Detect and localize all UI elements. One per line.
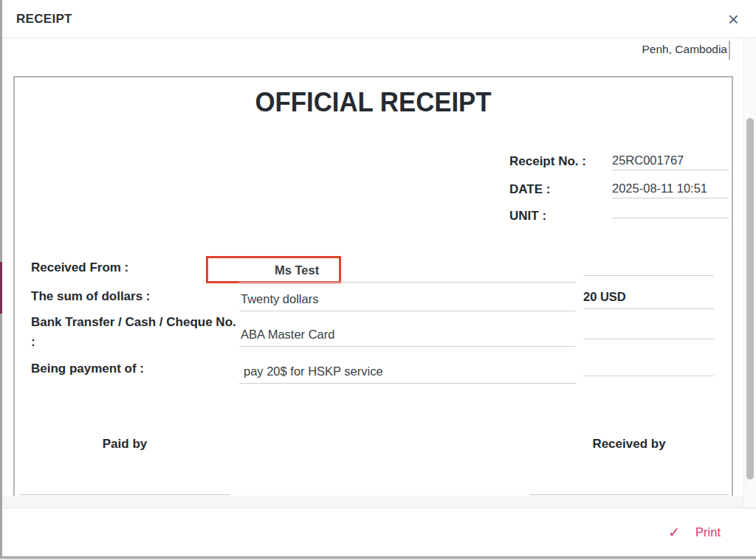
received-from-value-text: Ms Test — [275, 263, 319, 277]
paid-by-label: Paid by — [19, 437, 230, 452]
unit-value — [612, 204, 729, 218]
sum-of-dollars-amount[interactable]: 20 USD — [583, 290, 714, 309]
modal-body: Penh, Cambodia OFFICIAL RECEIPT Receipt … — [2, 38, 756, 508]
receipt-title: OFFICIAL RECEIPT — [36, 87, 710, 118]
receipt-no-label: Receipt No. : — [509, 154, 586, 169]
received-by-label: Received by — [529, 437, 729, 452]
unit-label: UNIT : — [509, 209, 546, 224]
bank-transfer-amount[interactable] — [583, 326, 714, 339]
modal-header: RECEIPT × — [2, 0, 756, 38]
receipt-box: OFFICIAL RECEIPT Receipt No. : 25RC00176… — [13, 76, 733, 496]
modal-footer: ✓ Print — [2, 508, 756, 556]
modal-title: RECEIPT — [16, 12, 72, 27]
paid-by-signature-line — [19, 494, 230, 495]
received-by-signature-line — [529, 494, 729, 495]
receipt-document: Penh, Cambodia OFFICIAL RECEIPT Receipt … — [2, 38, 743, 496]
receipt-modal: RECEIPT × Penh, Cambodia OFFICIAL RECEIP… — [2, 0, 756, 556]
background-page-bottom-edge — [0, 556, 756, 560]
sum-of-dollars-value[interactable]: Twenty dollars — [239, 292, 576, 311]
being-payment-value[interactable]: pay 20$ for HSKP service — [239, 364, 576, 384]
sum-of-dollars-label: The sum of dollars : — [31, 286, 239, 306]
receipt-no-value: 25RC001767 — [612, 153, 729, 170]
being-payment-label: Being payment of : — [31, 359, 239, 378]
received-from-value[interactable]: Ms Test — [239, 263, 576, 283]
received-from-amount[interactable] — [583, 263, 714, 276]
address-right-border — [729, 41, 730, 60]
being-payment-amount[interactable] — [583, 363, 714, 376]
bank-transfer-label: Bank Transfer / Cash / Cheque No. : — [31, 312, 239, 352]
close-icon[interactable]: × — [726, 10, 740, 29]
vertical-scrollbar[interactable] — [743, 38, 756, 508]
address-line: Penh, Cambodia — [642, 43, 727, 56]
receipt-modal-screen: RECEIPT × Penh, Cambodia OFFICIAL RECEIP… — [0, 0, 756, 560]
check-icon: ✓ — [668, 525, 680, 539]
scrollbar-thumb[interactable] — [746, 118, 754, 480]
print-button[interactable]: ✓ Print — [668, 525, 721, 539]
date-label: DATE : — [509, 182, 550, 197]
date-value: 2025-08-11 10:51 — [612, 182, 729, 198]
bank-transfer-value[interactable]: ABA Master Card — [239, 328, 576, 347]
print-button-label: Print — [695, 525, 721, 539]
